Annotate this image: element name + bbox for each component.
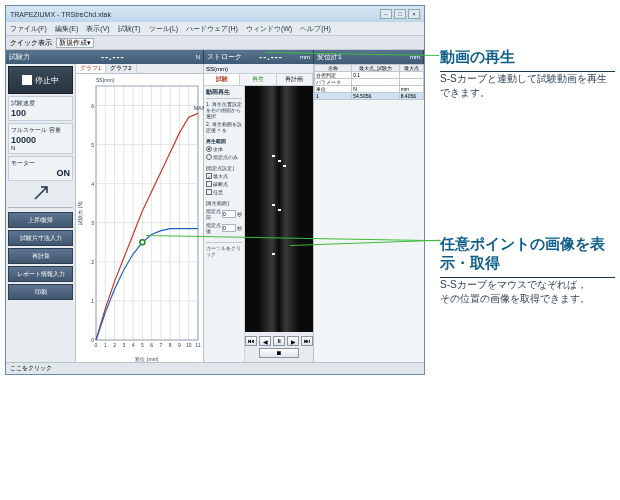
svg-text:1: 1 [104,342,107,348]
anno2-body1: S-Sカーブをマウスでなぞれば， [440,278,615,292]
svg-text:5: 5 [91,142,94,148]
pause-button[interactable]: ⏸ [273,336,285,346]
hdr-stroke-unit: mm [300,54,310,60]
motor-label: モーター [11,159,70,168]
row-unit-label: 単位 [315,86,352,93]
row-param-1 [352,79,400,86]
radio-point[interactable] [206,154,212,160]
window-title: TRAPEZIUMX - TRStreChd.xtak [10,11,380,18]
svg-text:11: 11 [195,342,201,348]
svg-text:4: 4 [132,342,135,348]
chk-break-label: 破断点 [213,181,228,187]
col-maxpt[interactable]: 最大点 [399,65,423,72]
quick-combo[interactable]: 新規作成 ▾ [56,38,94,48]
menu-file[interactable]: ファイル(F) [10,24,47,34]
svg-text:10: 10 [186,342,192,348]
video-panel: SS(mm) 試験 再生 再計画 動画再生 1. 再生位置設定を右の画面から選択… [204,64,314,362]
next-button[interactable]: ⏭ [301,336,313,346]
anno1-body: S-Sカーブと連動して試験動画を再生できます。 [440,72,615,100]
row-judge-2 [399,72,423,79]
subtab-play[interactable]: 再生 [240,74,276,85]
col-maxforce[interactable]: 最大点_試験力 [352,65,400,72]
svg-text:6: 6 [91,103,94,109]
results-table: 名称 最大点_試験力 最大点 合否判定 0.1 パラメータ 単位 N [314,64,424,100]
svg-text:1: 1 [91,298,94,304]
row-unit-2: mm [399,86,423,93]
before-input[interactable] [222,210,236,218]
print-button[interactable]: 印刷 [8,284,73,300]
video-title: SS(mm) [204,64,313,74]
ss-chart[interactable]: 012345601234567891011MAX変位 (mm)試験力 (N)SS… [76,74,203,362]
anno-pointimage: 任意ポイントの画像を表示・取得 S-Sカーブをマウスでなぞれば， その位置の画像… [440,235,615,306]
subtab-test[interactable]: 試験 [204,74,240,85]
footer-text: ここをクリック [10,364,52,373]
speed-box: 試験速度 100 [8,96,73,121]
video-controls: 動画再生 1. 再生位置設定を右の画面から選択 2. 再生範囲を設定後 > を … [204,86,245,362]
tab-graph1[interactable]: グラフ1 [76,64,106,73]
tab-graph2[interactable]: グラフ2 [106,64,136,73]
svg-text:試験力 (N): 試験力 (N) [77,201,83,225]
vid-sec3: [再生範囲] [206,200,242,206]
rewind-button[interactable]: ⏮ [245,336,257,346]
after-unit: 秒 [237,225,242,231]
chart-panel: グラフ1 グラフ2 012345601234567891011MAX変位 (mm… [76,64,204,362]
chk-max[interactable] [206,173,212,179]
arrow-icon [31,183,51,203]
hdr-force-unit: N [196,54,200,60]
before-unit: 秒 [237,211,242,217]
menu-window[interactable]: ウィンドウ(W) [246,24,292,34]
range-label: 再生範囲 [206,138,242,144]
chart-svg: 012345601234567891011MAX変位 (mm)試験力 (N)SS… [76,74,204,362]
hdr-stroke-val: --.--- [246,52,296,62]
dimension-button[interactable]: 試験片寸法入力 [8,230,73,246]
chk-break[interactable] [206,181,212,187]
before-label: 指定点前 [206,208,221,220]
prev-button[interactable]: ◀ [259,336,271,346]
menu-hardware[interactable]: ハードウェア(H) [186,24,238,34]
stop-icon [22,75,32,85]
video-image[interactable] [245,86,313,332]
chart-tabs: グラフ1 グラフ2 [76,64,203,74]
svg-text:7: 7 [160,342,163,348]
vid-note2: 2. 再生範囲を設定後 > を [206,121,242,133]
table-row[interactable]: 1 54.5056 8.4056 [315,93,424,100]
menu-view[interactable]: 表示(V) [86,24,109,34]
scale-unit: N [11,145,70,151]
report-button[interactable]: レポート情報入力 [8,266,73,282]
stop-button[interactable]: 停止中 [8,66,73,94]
chk-any[interactable] [206,189,212,195]
radio-all[interactable] [206,146,212,152]
anno2-body2: その位置の画像を取得できます。 [440,292,615,306]
menu-tools[interactable]: ツール(L) [149,24,179,34]
motor-on: ON [11,168,70,178]
scale-label: フルスケール 容量 [11,126,70,135]
scale-box: フルスケール 容量 10000 N [8,123,73,154]
svg-point-40 [140,240,145,245]
radio-point-label: 指定点のみ [213,154,238,160]
play-button[interactable]: ▶ [287,336,299,346]
subtab-replan[interactable]: 再計画 [277,74,313,85]
header-strip: 試験力 --.--- N ストローク --.--- mm 変位計1 mm [6,50,424,64]
hdr-stroke-label: ストローク [207,52,242,62]
svg-text:変位 (mm): 変位 (mm) [135,356,158,362]
stop-label: 停止中 [35,75,59,86]
after-input[interactable] [222,224,236,232]
close-button[interactable]: × [408,9,420,19]
footer[interactable]: ここをクリック [6,362,424,374]
minimize-button[interactable]: – [380,9,392,19]
svg-text:5: 5 [141,342,144,348]
combo-value: 新規作成 [59,38,87,48]
recalc-button[interactable]: 再計算 [8,248,73,264]
motor-box: モーター ON [8,156,73,181]
svg-text:0: 0 [95,342,98,348]
row-param-2 [399,79,423,86]
row-judge-label: 合否判定 [315,72,352,79]
return-button[interactable]: 上昇/復帰 [8,212,73,228]
menu-edit[interactable]: 編集(E) [55,24,78,34]
menu-help[interactable]: ヘルプ(H) [300,24,331,34]
menu-test[interactable]: 試験(T) [118,24,141,34]
anno1-title: 動画の再生 [440,48,615,67]
maximize-button[interactable]: □ [394,9,406,19]
stop-playback-button[interactable]: ⏹ [259,348,299,358]
col-name[interactable]: 名称 [315,65,352,72]
